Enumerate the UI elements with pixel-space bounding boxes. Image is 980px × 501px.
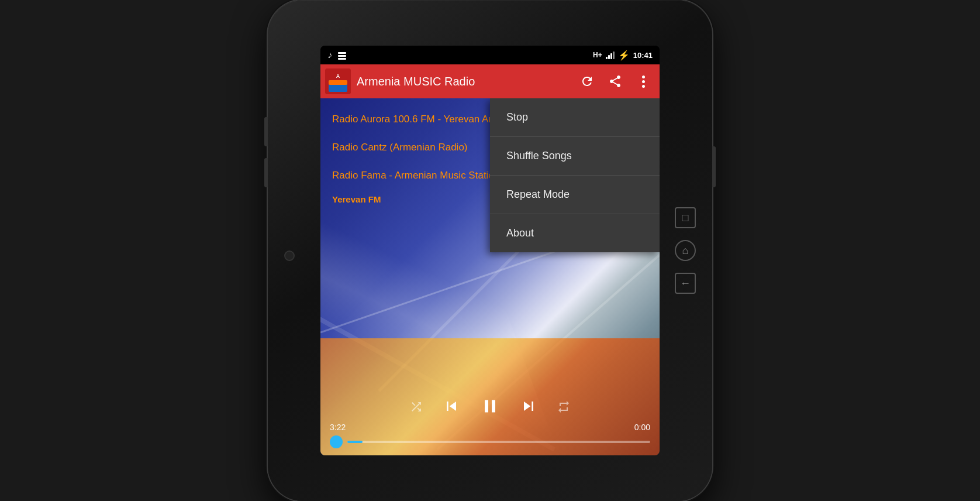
total-time: 0:00 <box>634 423 650 432</box>
dropdown-menu: Stop Shuffle Songs Repeat Mode About <box>490 98 660 252</box>
progress-thumb[interactable] <box>330 435 343 448</box>
svg-rect-3 <box>329 80 347 85</box>
status-bar: ♪ H+ ⚡ 10:41 <box>320 46 660 64</box>
progress-fill <box>347 441 363 443</box>
home-button[interactable]: ⌂ <box>675 240 696 261</box>
controls-row <box>330 396 650 420</box>
player-controls: 3:22 0:00 <box>320 391 660 455</box>
shuffle-button[interactable] <box>409 400 423 417</box>
volume-down-button[interactable] <box>264 158 268 187</box>
camera-sensor <box>284 250 295 261</box>
svg-text:A: A <box>336 73 340 79</box>
music-note-icon: ♪ <box>327 50 332 60</box>
menu-item-repeat[interactable]: Repeat Mode <box>490 176 660 214</box>
status-left-icons: ♪ <box>327 50 346 60</box>
menu-item-stop[interactable]: Stop <box>490 98 660 137</box>
main-content: Radio Aurora 100.6 FM - Yerevan Armenia … <box>320 98 660 455</box>
power-button[interactable] <box>712 146 716 187</box>
recent-apps-button[interactable]: □ <box>675 207 696 228</box>
back-button[interactable]: ← <box>675 273 696 294</box>
time-row: 3:22 0:00 <box>330 423 650 432</box>
share-button[interactable] <box>603 70 627 93</box>
battery-icon: ⚡ <box>618 50 630 61</box>
app-bar-actions <box>575 70 655 93</box>
menu-item-about[interactable]: About <box>490 214 660 252</box>
app-bar: A Armenia MUSIC Radio <box>320 64 660 98</box>
phone-frame: □ ⌂ ← ♪ H+ ⚡ <box>268 0 712 501</box>
repeat-button[interactable] <box>557 400 571 417</box>
menu-item-shuffle[interactable]: Shuffle Songs <box>490 137 660 176</box>
progress-track[interactable] <box>347 441 650 443</box>
nav-buttons: □ ⌂ ← <box>675 207 696 294</box>
volume-up-button[interactable] <box>264 117 268 146</box>
more-options-button[interactable] <box>632 70 655 93</box>
next-button[interactable] <box>519 397 538 419</box>
network-type: H+ <box>593 51 602 59</box>
prev-button[interactable] <box>442 397 461 419</box>
progress-bar[interactable] <box>330 435 650 448</box>
clock: 10:41 <box>633 51 653 60</box>
signal-icon <box>606 51 615 59</box>
app-title: Armenia MUSIC Radio <box>357 75 570 88</box>
status-right-icons: H+ ⚡ 10:41 <box>593 50 653 61</box>
app-icon: A <box>325 68 351 94</box>
current-time: 3:22 <box>330 423 346 432</box>
bars-icon <box>338 52 346 60</box>
pause-button[interactable] <box>479 396 501 420</box>
phone-screen: ♪ H+ ⚡ 10:41 <box>320 46 660 455</box>
refresh-button[interactable] <box>575 70 599 93</box>
